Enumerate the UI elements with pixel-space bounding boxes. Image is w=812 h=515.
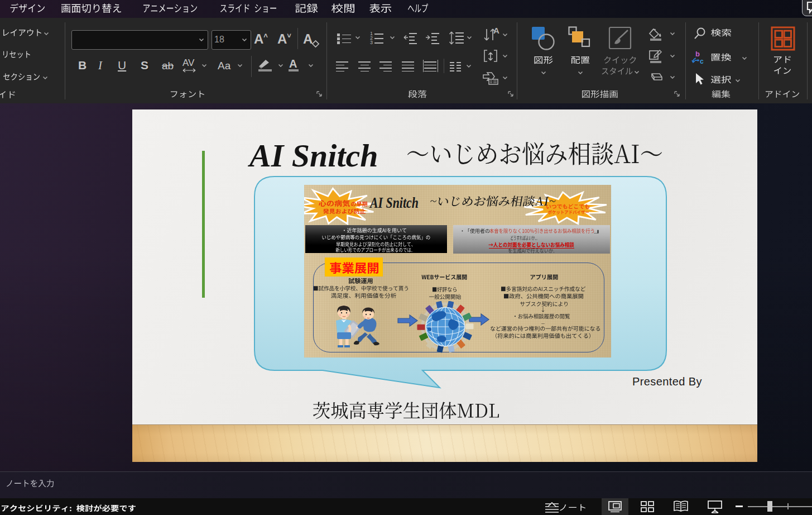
svg-text:b: b [695,50,700,58]
svg-text:c: c [700,58,704,65]
